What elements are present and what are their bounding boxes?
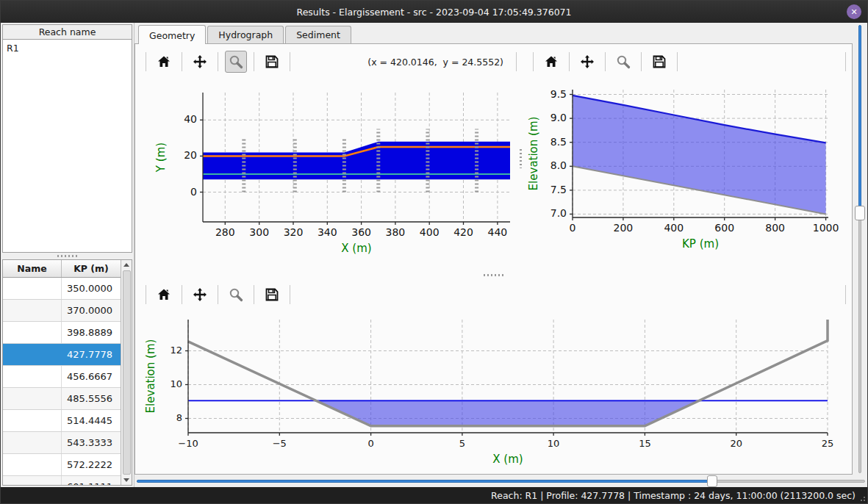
table-row[interactable]: 543.3333 bbox=[3, 432, 121, 454]
cell-name bbox=[3, 388, 62, 409]
toolbar-separator bbox=[254, 52, 254, 71]
tab-geometry[interactable]: Geometry bbox=[138, 25, 206, 44]
svg-text:0: 0 bbox=[570, 222, 576, 234]
reach-list-item[interactable]: R1 bbox=[3, 40, 132, 55]
svg-text:360: 360 bbox=[351, 226, 371, 238]
svg-text:8: 8 bbox=[176, 412, 182, 423]
svg-text:320: 320 bbox=[284, 226, 304, 238]
svg-text:−10: −10 bbox=[178, 438, 198, 449]
move-icon bbox=[193, 54, 207, 69]
reach-list[interactable]: R1 bbox=[2, 40, 132, 253]
column-header-name[interactable]: Name bbox=[3, 260, 62, 277]
reach-name-header: Reach name bbox=[2, 24, 132, 40]
save-button[interactable] bbox=[261, 51, 283, 73]
magnifier-icon bbox=[229, 287, 243, 302]
pan-button[interactable] bbox=[189, 51, 211, 73]
close-button[interactable]: ✕ bbox=[847, 4, 861, 19]
svg-text:8.5: 8.5 bbox=[550, 136, 567, 148]
svg-text:440: 440 bbox=[488, 226, 508, 238]
horizontal-splitter[interactable] bbox=[137, 272, 850, 278]
cell-name bbox=[3, 344, 62, 365]
scrollbar-thumb[interactable] bbox=[123, 270, 131, 475]
table-scrollbar[interactable] bbox=[121, 260, 132, 485]
cross-section-panel: −10−5051015202581012X (m)Elevation (m) bbox=[137, 278, 850, 472]
save-button[interactable] bbox=[648, 51, 670, 73]
horizontal-slider-area bbox=[134, 475, 867, 487]
svg-text:1000: 1000 bbox=[813, 222, 839, 234]
tab-sediment[interactable]: Sediment bbox=[285, 26, 351, 43]
save-button[interactable] bbox=[261, 284, 283, 306]
table-row[interactable]: 350.0000 bbox=[3, 278, 121, 300]
table-row[interactable]: 572.2222 bbox=[3, 454, 121, 476]
svg-text:0: 0 bbox=[367, 438, 373, 449]
sidebar-splitter[interactable] bbox=[2, 253, 132, 259]
vertical-slider-area bbox=[853, 23, 867, 475]
svg-text:7.0: 7.0 bbox=[550, 207, 567, 219]
svg-text:380: 380 bbox=[386, 226, 406, 238]
pan-button[interactable] bbox=[576, 51, 598, 73]
sidebar: Reach name R1 Name KP (m) 350.0000370.00… bbox=[1, 23, 134, 487]
magnifier-icon bbox=[229, 54, 243, 69]
slider-handle[interactable] bbox=[707, 475, 717, 487]
svg-text:X (m): X (m) bbox=[492, 453, 523, 466]
zoom-button[interactable] bbox=[225, 51, 247, 73]
toolbar-separator bbox=[605, 52, 606, 71]
cell-kp: 350.0000 bbox=[62, 278, 121, 299]
plan-view-chart[interactable]: 28030032034036038040042044002040X (m)Y (… bbox=[137, 78, 514, 270]
resize-grip-icon[interactable] bbox=[858, 494, 866, 502]
home-button[interactable] bbox=[540, 51, 562, 73]
table-row[interactable]: 601.1111 bbox=[3, 476, 121, 485]
tab-bar: Geometry Hydrograph Sediment bbox=[134, 23, 853, 43]
svg-text:300: 300 bbox=[249, 226, 269, 238]
svg-text:10: 10 bbox=[170, 378, 182, 389]
svg-text:5: 5 bbox=[459, 438, 465, 449]
timestamp-slider[interactable] bbox=[137, 475, 865, 487]
svg-text:400: 400 bbox=[664, 222, 684, 234]
scroll-down-icon[interactable] bbox=[121, 475, 132, 485]
cell-kp: 601.1111 bbox=[62, 476, 121, 485]
zoom-button[interactable] bbox=[612, 51, 634, 73]
svg-text:200: 200 bbox=[614, 222, 634, 234]
table-row[interactable]: 514.4445 bbox=[3, 410, 121, 432]
svg-text:15: 15 bbox=[639, 438, 651, 449]
app-window: Results - Elargissement - src - 2023-09-… bbox=[0, 0, 868, 504]
table-row[interactable]: 398.8889 bbox=[3, 322, 121, 344]
vertical-splitter[interactable] bbox=[517, 46, 524, 272]
slider-fill bbox=[137, 480, 712, 483]
home-icon bbox=[544, 54, 559, 69]
slider-handle[interactable] bbox=[855, 206, 865, 220]
cell-kp: 514.4445 bbox=[62, 410, 121, 431]
home-button[interactable] bbox=[153, 284, 175, 306]
svg-text:800: 800 bbox=[765, 222, 785, 234]
cross-section-chart[interactable]: −10−5051015202581012X (m)Elevation (m) bbox=[137, 311, 848, 468]
svg-text:9.5: 9.5 bbox=[550, 88, 567, 100]
table-row[interactable]: 370.0000 bbox=[3, 300, 121, 322]
svg-text:0: 0 bbox=[190, 186, 197, 198]
svg-text:600: 600 bbox=[714, 222, 734, 234]
profiles-table-rows: 350.0000370.0000398.8889427.7778456.6667… bbox=[3, 278, 121, 485]
magnifier-icon bbox=[616, 54, 631, 69]
home-icon bbox=[157, 54, 171, 69]
cell-name bbox=[3, 410, 62, 431]
longitudinal-profile-chart[interactable]: 020040060080010007.07.58.08.59.09.5KP (m… bbox=[524, 78, 852, 270]
tab-hydrograph[interactable]: Hydrograph bbox=[207, 26, 284, 43]
svg-text:X (m): X (m) bbox=[341, 242, 371, 255]
column-header-kp[interactable]: KP (m) bbox=[62, 263, 121, 274]
cell-kp: 572.2222 bbox=[62, 454, 121, 475]
cell-name bbox=[3, 432, 62, 453]
table-row[interactable]: 485.5556 bbox=[3, 388, 121, 410]
scroll-up-icon[interactable] bbox=[121, 260, 132, 270]
cell-kp: 543.3333 bbox=[62, 432, 121, 453]
svg-text:7.5: 7.5 bbox=[550, 184, 567, 195]
save-icon bbox=[265, 287, 279, 302]
toolbar-separator bbox=[218, 285, 218, 304]
save-icon bbox=[652, 54, 667, 69]
svg-text:340: 340 bbox=[318, 226, 337, 238]
table-row[interactable]: 427.7778 bbox=[3, 344, 121, 366]
splitter-grip-icon bbox=[57, 255, 78, 257]
profile-slider[interactable] bbox=[854, 25, 866, 473]
home-button[interactable] bbox=[153, 51, 175, 73]
table-row[interactable]: 456.6667 bbox=[3, 366, 121, 388]
zoom-button[interactable] bbox=[225, 284, 247, 306]
pan-button[interactable] bbox=[189, 284, 211, 306]
